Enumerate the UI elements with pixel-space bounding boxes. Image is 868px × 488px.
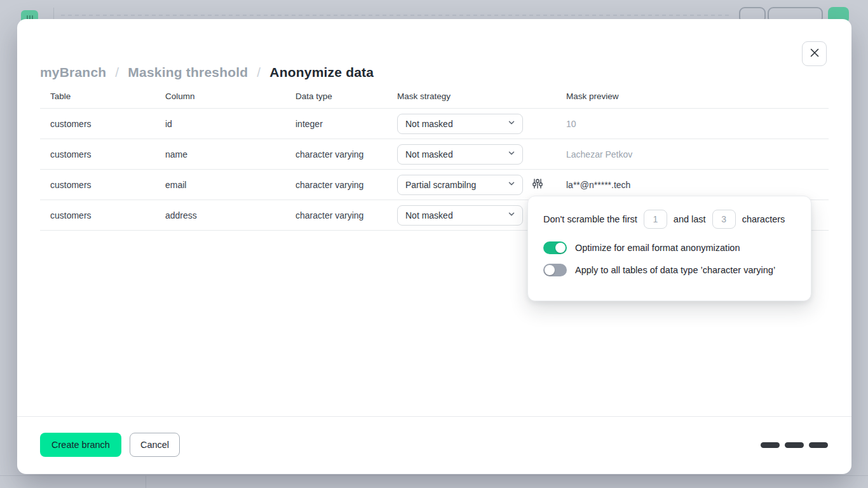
anonymize-data-modal: myBranch / Masking threshold / Anonymize…: [17, 19, 851, 474]
cell-table: customers: [40, 119, 165, 129]
close-button[interactable]: [802, 41, 827, 66]
cell-mask-preview: 10: [566, 119, 829, 129]
header-mask-strategy: Mask strategy: [397, 92, 566, 101]
background-breadcrumb-dimmed: [61, 15, 731, 16]
cell-column: address: [165, 210, 295, 220]
step-dash: [809, 442, 828, 448]
header-table: Table: [40, 92, 165, 101]
cell-table: customers: [40, 180, 165, 190]
background-content-edge: [0, 475, 868, 476]
cell-mask-preview: la**@n*****.tech: [566, 180, 829, 190]
mask-strategy-select[interactable]: Partial scrambilng: [397, 175, 523, 195]
email-optimize-row: Optimize for email format anonymization: [543, 241, 796, 254]
breadcrumb-item-anonymize-data: Anonymize data: [269, 65, 374, 80]
cell-mask-preview: Lachezar Petkov: [566, 149, 829, 159]
header-mask-preview: Mask preview: [566, 92, 829, 101]
sliders-icon: [532, 178, 543, 191]
step-dash: [785, 442, 804, 448]
mask-strategy-select[interactable]: Not masked: [397, 205, 523, 226]
footer-divider: [17, 416, 851, 417]
cell-data-type: integer: [295, 119, 397, 129]
cell-column: email: [165, 180, 295, 190]
cell-data-type: character varying: [295, 210, 397, 220]
breadcrumb-separator: /: [257, 65, 261, 80]
scramble-text-middle: and last: [674, 214, 706, 224]
email-optimize-label: Optimize for email format anonymization: [575, 243, 740, 253]
background-header-divider: [53, 8, 54, 19]
cancel-button[interactable]: Cancel: [130, 433, 180, 457]
background-sidebar-edge: [146, 475, 146, 488]
scramble-text-before: Don't scramble the first: [543, 214, 637, 224]
chevron-down-icon: [507, 179, 516, 190]
breadcrumb-separator: /: [115, 65, 119, 80]
apply-all-tables-toggle[interactable]: [543, 264, 567, 276]
breadcrumb: myBranch / Masking threshold / Anonymize…: [40, 65, 374, 80]
select-value: Partial scrambilng: [405, 180, 476, 190]
cell-column: name: [165, 149, 295, 159]
header-column: Column: [165, 92, 295, 101]
toggle-knob: [555, 243, 566, 253]
step-indicator: [761, 442, 828, 448]
breadcrumb-item-mybranch[interactable]: myBranch: [40, 65, 106, 80]
apply-all-tables-label: Apply to all tables of data type ’charac…: [575, 265, 775, 275]
select-value: Not masked: [405, 210, 453, 220]
select-value: Not masked: [405, 149, 453, 159]
toggle-knob: [545, 265, 555, 275]
scramble-range-row: Don't scramble the first and last charac…: [543, 210, 796, 229]
create-branch-button[interactable]: Create branch: [40, 433, 121, 457]
table-header-row: Table Column Data type Mask strategy Mas…: [40, 85, 829, 109]
apply-all-tables-row: Apply to all tables of data type ’charac…: [543, 264, 796, 276]
step-dash: [761, 442, 780, 448]
mask-settings-button[interactable]: [531, 179, 544, 191]
breadcrumb-item-masking-threshold[interactable]: Masking threshold: [128, 65, 248, 80]
close-icon: [810, 48, 819, 59]
chevron-down-icon: [507, 118, 516, 129]
table-row: customers id integer Not masked 10: [40, 109, 829, 139]
last-characters-input[interactable]: [712, 210, 736, 229]
chevron-down-icon: [507, 210, 516, 220]
header-data-type: Data type: [295, 92, 397, 101]
table-row: customers name character varying Not mas…: [40, 139, 829, 170]
mask-strategy-select[interactable]: Not masked: [397, 144, 523, 165]
chevron-down-icon: [507, 149, 516, 159]
email-optimize-toggle[interactable]: [543, 241, 567, 254]
first-characters-input[interactable]: [644, 210, 667, 229]
cell-data-type: character varying: [295, 180, 397, 190]
cell-table: customers: [40, 210, 165, 220]
scramble-text-after: characters: [742, 214, 785, 224]
mask-strategy-select[interactable]: Not masked: [397, 114, 523, 134]
cell-table: customers: [40, 149, 165, 159]
partial-scrambling-popover: Don't scramble the first and last charac…: [527, 196, 811, 301]
select-value: Not masked: [405, 119, 453, 129]
cell-column: id: [165, 119, 295, 129]
cell-data-type: character varying: [295, 149, 397, 159]
